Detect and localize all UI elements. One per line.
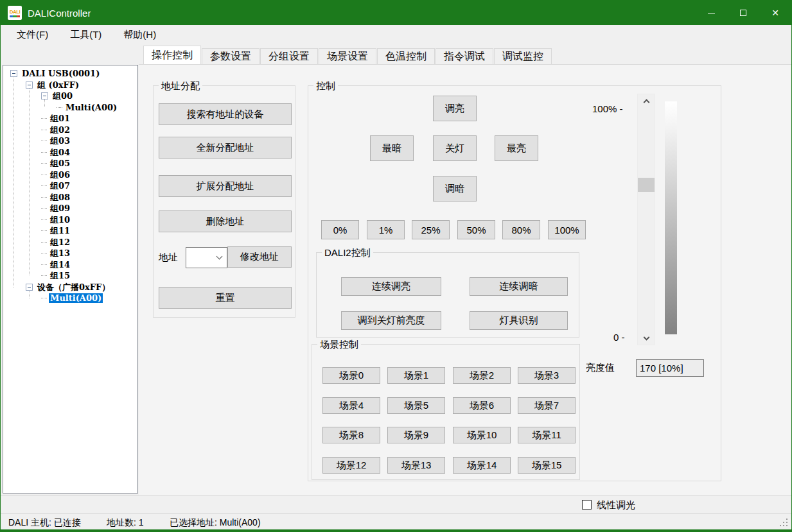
tree-item[interactable]: 组08 [3, 192, 137, 203]
dim-min-button[interactable]: 最暗 [370, 135, 414, 161]
tree-item[interactable]: 组14 [3, 259, 137, 271]
tree-item[interactable]: 组04 [3, 147, 137, 159]
tab-3[interactable]: 分组设置 [260, 48, 318, 64]
percent-button-100[interactable]: 100% [548, 220, 586, 239]
scene-button-0[interactable]: 场景0 [322, 367, 380, 384]
scene-button-3[interactable]: 场景3 [518, 367, 576, 384]
tab-4[interactable]: 场景设置 [319, 48, 376, 64]
tree-item-label: DALI USB(0001) [21, 69, 101, 78]
tree-item[interactable]: 组11 [3, 225, 137, 237]
tree-item[interactable]: 组05 [3, 158, 137, 169]
scene-button-7[interactable]: 场景7 [518, 397, 576, 414]
percent-button-0[interactable]: 0% [321, 220, 359, 239]
menu-item-help[interactable]: 帮助(H) [117, 26, 163, 44]
address-combobox[interactable] [186, 247, 227, 268]
search-addressed-devices-button[interactable]: 搜索有地址的设备 [159, 103, 292, 125]
status-count: 地址数: 1 [107, 517, 144, 529]
scroll-up-icon[interactable] [638, 94, 655, 106]
dali2-group: DALI2控制 连续调亮连续调暗调到关灯前亮度灯具识别 [316, 252, 579, 338]
dim-up-button[interactable]: 调亮 [433, 96, 477, 121]
tree-connector [41, 185, 47, 186]
tree-collapse-icon[interactable] [26, 82, 33, 89]
tree-collapse-icon[interactable] [26, 284, 33, 291]
tree-item-label: Multi(A00) [64, 103, 118, 112]
scene-button-6[interactable]: 场景6 [453, 397, 511, 414]
menu-item-tools[interactable]: 工具(T) [64, 26, 108, 44]
resize-grip-icon[interactable] [780, 519, 788, 526]
scene-button-14[interactable]: 场景14 [453, 457, 511, 474]
tree-collapse-icon[interactable] [10, 70, 17, 77]
assign-new-address-button[interactable]: 全新分配地址 [159, 137, 292, 159]
scene-button-10[interactable]: 场景10 [453, 427, 511, 443]
recall-last-level-button[interactable]: 调到关灯前亮度 [341, 311, 441, 330]
reset-button[interactable]: 重置 [159, 287, 292, 309]
lamp-identify-button[interactable]: 灯具识别 [470, 311, 568, 330]
tree-item[interactable]: Multi(A00) [3, 293, 137, 304]
tree-item-label: 组08 [49, 193, 71, 202]
scene-button-11[interactable]: 场景11 [518, 427, 576, 443]
tab-2[interactable]: 参数设置 [202, 48, 260, 64]
device-tree: DALI USB(0001)组 (0xFF)组00Multi(A00)组01组0… [3, 65, 138, 493]
extend-assign-address-button[interactable]: 扩展分配地址 [159, 175, 292, 197]
scene-button-9[interactable]: 场景9 [387, 427, 445, 443]
scene-button-15[interactable]: 场景15 [518, 457, 576, 474]
minimize-button[interactable] [695, 1, 727, 25]
tree-item[interactable]: 组02 [3, 124, 137, 136]
close-button[interactable]: ✕ [759, 1, 791, 25]
tab-5[interactable]: 色温控制 [377, 48, 435, 64]
tree-item[interactable]: Multi(A00) [3, 102, 137, 114]
continuous-dim-up-button[interactable]: 连续调亮 [341, 277, 441, 296]
percent-button-25[interactable]: 25% [412, 220, 450, 239]
tree-item[interactable]: 组00 [3, 90, 137, 102]
scene-button-4[interactable]: 场景4 [322, 397, 380, 414]
modify-address-button[interactable]: 修改地址 [227, 246, 292, 268]
scene-button-8[interactable]: 场景8 [322, 427, 380, 443]
tab-6[interactable]: 指令调试 [436, 48, 493, 64]
tree-item[interactable]: 组12 [3, 237, 137, 248]
tree-collapse-icon[interactable] [41, 92, 48, 99]
dim-max-button[interactable]: 最亮 [495, 135, 538, 161]
tree-item[interactable]: 组07 [3, 180, 137, 192]
light-off-button[interactable]: 关灯 [433, 135, 477, 161]
percent-button-1[interactable]: 1% [367, 220, 405, 239]
tree-item[interactable]: 组03 [3, 135, 137, 147]
menubar: 文件(F)工具(T)帮助(H) [1, 25, 791, 44]
scrollbar-thumb[interactable] [638, 178, 655, 192]
tree-item[interactable]: 组01 [3, 113, 137, 124]
menu-item-file[interactable]: 文件(F) [10, 26, 55, 44]
tree-guide [13, 74, 14, 287]
tree-item[interactable]: 组09 [3, 203, 137, 214]
tree-item[interactable]: 组06 [3, 169, 137, 181]
scroll-down-icon[interactable] [638, 333, 655, 345]
minimize-icon [708, 13, 715, 13]
tree-item[interactable]: 组 (0xFF) [3, 80, 137, 91]
app-icon-bar [10, 15, 20, 17]
scene-button-1[interactable]: 场景1 [387, 367, 445, 384]
tree-connector [41, 253, 47, 253]
scene-button-2[interactable]: 场景2 [453, 367, 511, 384]
tree-item[interactable]: 组13 [3, 248, 137, 259]
percent-button-80[interactable]: 80% [502, 220, 540, 239]
delete-address-button[interactable]: 删除地址 [159, 210, 292, 232]
scene-button-12[interactable]: 场景12 [322, 457, 380, 474]
tree-item[interactable]: 组10 [3, 214, 137, 226]
control-group: 控制 调亮 最暗 关灯 最亮 调暗 0%1%25%50%80%100% DALI… [308, 85, 721, 481]
scene-button-5[interactable]: 场景5 [387, 397, 445, 414]
brightness-value-label: 亮度值 [586, 362, 615, 374]
percent-button-50[interactable]: 50% [457, 220, 495, 239]
tree-item[interactable]: DALI USB(0001) [3, 68, 137, 80]
tree-item[interactable]: 设备（广播0xFF） [3, 282, 137, 293]
tab-1[interactable]: 操作控制 [143, 46, 201, 64]
scene-button-13[interactable]: 场景13 [387, 457, 445, 474]
statusbar: DALI 主机: 已连接 地址数: 1 已选择地址: Multi(A00) [1, 514, 791, 531]
tree-connector [41, 163, 47, 164]
linear-dimming-checkbox[interactable] [582, 500, 592, 510]
brightness-scrollbar[interactable] [637, 94, 655, 345]
tab-7[interactable]: 调试监控 [494, 48, 552, 64]
tree-item[interactable]: 组15 [3, 270, 137, 282]
titlebar: DALI DALIController ✕ [1, 1, 791, 25]
brightness-value-box[interactable]: 170 [10%] [636, 359, 704, 377]
maximize-button[interactable] [727, 1, 759, 25]
dim-down-button[interactable]: 调暗 [433, 176, 477, 202]
continuous-dim-down-button[interactable]: 连续调暗 [470, 277, 568, 296]
